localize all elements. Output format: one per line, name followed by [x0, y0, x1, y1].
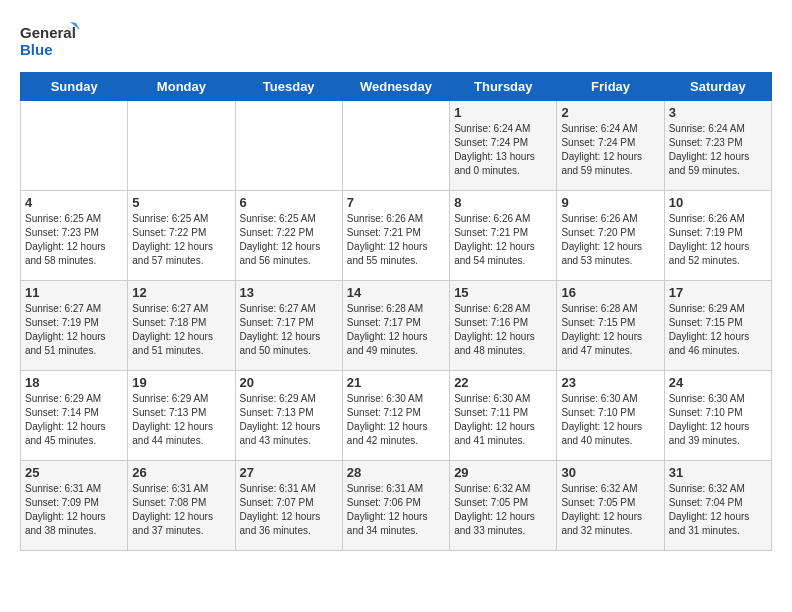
calendar-cell: 18Sunrise: 6:29 AM Sunset: 7:14 PM Dayli…	[21, 371, 128, 461]
week-row-5: 25Sunrise: 6:31 AM Sunset: 7:09 PM Dayli…	[21, 461, 772, 551]
day-info: Sunrise: 6:29 AM Sunset: 7:13 PM Dayligh…	[240, 392, 338, 448]
day-info: Sunrise: 6:26 AM Sunset: 7:21 PM Dayligh…	[347, 212, 445, 268]
day-number: 31	[669, 465, 767, 480]
day-number: 10	[669, 195, 767, 210]
day-number: 27	[240, 465, 338, 480]
day-header-monday: Monday	[128, 73, 235, 101]
day-info: Sunrise: 6:31 AM Sunset: 7:06 PM Dayligh…	[347, 482, 445, 538]
calendar-cell: 24Sunrise: 6:30 AM Sunset: 7:10 PM Dayli…	[664, 371, 771, 461]
day-info: Sunrise: 6:29 AM Sunset: 7:15 PM Dayligh…	[669, 302, 767, 358]
day-number: 20	[240, 375, 338, 390]
calendar-table: SundayMondayTuesdayWednesdayThursdayFrid…	[20, 72, 772, 551]
day-number: 29	[454, 465, 552, 480]
day-number: 26	[132, 465, 230, 480]
day-header-sunday: Sunday	[21, 73, 128, 101]
week-row-2: 4Sunrise: 6:25 AM Sunset: 7:23 PM Daylig…	[21, 191, 772, 281]
calendar-cell: 16Sunrise: 6:28 AM Sunset: 7:15 PM Dayli…	[557, 281, 664, 371]
day-info: Sunrise: 6:29 AM Sunset: 7:13 PM Dayligh…	[132, 392, 230, 448]
day-number: 28	[347, 465, 445, 480]
day-number: 8	[454, 195, 552, 210]
calendar-cell: 10Sunrise: 6:26 AM Sunset: 7:19 PM Dayli…	[664, 191, 771, 281]
day-info: Sunrise: 6:24 AM Sunset: 7:23 PM Dayligh…	[669, 122, 767, 178]
day-number: 3	[669, 105, 767, 120]
calendar-cell: 22Sunrise: 6:30 AM Sunset: 7:11 PM Dayli…	[450, 371, 557, 461]
calendar-cell: 3Sunrise: 6:24 AM Sunset: 7:23 PM Daylig…	[664, 101, 771, 191]
header: GeneralBlue	[20, 20, 772, 62]
day-info: Sunrise: 6:31 AM Sunset: 7:08 PM Dayligh…	[132, 482, 230, 538]
day-number: 14	[347, 285, 445, 300]
day-number: 12	[132, 285, 230, 300]
day-number: 23	[561, 375, 659, 390]
day-number: 9	[561, 195, 659, 210]
calendar-cell: 26Sunrise: 6:31 AM Sunset: 7:08 PM Dayli…	[128, 461, 235, 551]
calendar-cell: 15Sunrise: 6:28 AM Sunset: 7:16 PM Dayli…	[450, 281, 557, 371]
day-info: Sunrise: 6:26 AM Sunset: 7:20 PM Dayligh…	[561, 212, 659, 268]
day-number: 25	[25, 465, 123, 480]
calendar-body: 1Sunrise: 6:24 AM Sunset: 7:24 PM Daylig…	[21, 101, 772, 551]
day-number: 22	[454, 375, 552, 390]
calendar-cell: 8Sunrise: 6:26 AM Sunset: 7:21 PM Daylig…	[450, 191, 557, 281]
calendar-cell: 27Sunrise: 6:31 AM Sunset: 7:07 PM Dayli…	[235, 461, 342, 551]
day-header-friday: Friday	[557, 73, 664, 101]
calendar-cell: 21Sunrise: 6:30 AM Sunset: 7:12 PM Dayli…	[342, 371, 449, 461]
day-number: 11	[25, 285, 123, 300]
calendar-cell: 17Sunrise: 6:29 AM Sunset: 7:15 PM Dayli…	[664, 281, 771, 371]
day-info: Sunrise: 6:32 AM Sunset: 7:04 PM Dayligh…	[669, 482, 767, 538]
day-info: Sunrise: 6:24 AM Sunset: 7:24 PM Dayligh…	[561, 122, 659, 178]
logo: GeneralBlue	[20, 20, 80, 62]
day-info: Sunrise: 6:29 AM Sunset: 7:14 PM Dayligh…	[25, 392, 123, 448]
day-info: Sunrise: 6:25 AM Sunset: 7:22 PM Dayligh…	[132, 212, 230, 268]
day-number: 18	[25, 375, 123, 390]
day-number: 6	[240, 195, 338, 210]
logo-svg: GeneralBlue	[20, 20, 80, 62]
svg-text:General: General	[20, 24, 76, 41]
day-info: Sunrise: 6:26 AM Sunset: 7:19 PM Dayligh…	[669, 212, 767, 268]
day-header-saturday: Saturday	[664, 73, 771, 101]
calendar-cell: 4Sunrise: 6:25 AM Sunset: 7:23 PM Daylig…	[21, 191, 128, 281]
day-number: 17	[669, 285, 767, 300]
day-info: Sunrise: 6:31 AM Sunset: 7:09 PM Dayligh…	[25, 482, 123, 538]
calendar-cell: 6Sunrise: 6:25 AM Sunset: 7:22 PM Daylig…	[235, 191, 342, 281]
day-number: 13	[240, 285, 338, 300]
calendar-cell: 20Sunrise: 6:29 AM Sunset: 7:13 PM Dayli…	[235, 371, 342, 461]
calendar-cell	[21, 101, 128, 191]
day-number: 19	[132, 375, 230, 390]
day-info: Sunrise: 6:27 AM Sunset: 7:19 PM Dayligh…	[25, 302, 123, 358]
calendar-cell: 25Sunrise: 6:31 AM Sunset: 7:09 PM Dayli…	[21, 461, 128, 551]
calendar-cell: 13Sunrise: 6:27 AM Sunset: 7:17 PM Dayli…	[235, 281, 342, 371]
day-info: Sunrise: 6:27 AM Sunset: 7:17 PM Dayligh…	[240, 302, 338, 358]
day-info: Sunrise: 6:28 AM Sunset: 7:15 PM Dayligh…	[561, 302, 659, 358]
calendar-cell: 2Sunrise: 6:24 AM Sunset: 7:24 PM Daylig…	[557, 101, 664, 191]
day-number: 24	[669, 375, 767, 390]
day-info: Sunrise: 6:28 AM Sunset: 7:17 PM Dayligh…	[347, 302, 445, 358]
day-header-wednesday: Wednesday	[342, 73, 449, 101]
day-number: 2	[561, 105, 659, 120]
day-info: Sunrise: 6:30 AM Sunset: 7:10 PM Dayligh…	[561, 392, 659, 448]
day-number: 15	[454, 285, 552, 300]
day-info: Sunrise: 6:32 AM Sunset: 7:05 PM Dayligh…	[561, 482, 659, 538]
header-row: SundayMondayTuesdayWednesdayThursdayFrid…	[21, 73, 772, 101]
day-info: Sunrise: 6:24 AM Sunset: 7:24 PM Dayligh…	[454, 122, 552, 178]
day-header-thursday: Thursday	[450, 73, 557, 101]
day-info: Sunrise: 6:28 AM Sunset: 7:16 PM Dayligh…	[454, 302, 552, 358]
calendar-cell: 5Sunrise: 6:25 AM Sunset: 7:22 PM Daylig…	[128, 191, 235, 281]
day-info: Sunrise: 6:31 AM Sunset: 7:07 PM Dayligh…	[240, 482, 338, 538]
calendar-cell: 30Sunrise: 6:32 AM Sunset: 7:05 PM Dayli…	[557, 461, 664, 551]
calendar-cell: 23Sunrise: 6:30 AM Sunset: 7:10 PM Dayli…	[557, 371, 664, 461]
calendar-cell: 12Sunrise: 6:27 AM Sunset: 7:18 PM Dayli…	[128, 281, 235, 371]
week-row-3: 11Sunrise: 6:27 AM Sunset: 7:19 PM Dayli…	[21, 281, 772, 371]
day-info: Sunrise: 6:25 AM Sunset: 7:22 PM Dayligh…	[240, 212, 338, 268]
day-number: 21	[347, 375, 445, 390]
calendar-cell: 9Sunrise: 6:26 AM Sunset: 7:20 PM Daylig…	[557, 191, 664, 281]
week-row-1: 1Sunrise: 6:24 AM Sunset: 7:24 PM Daylig…	[21, 101, 772, 191]
day-number: 5	[132, 195, 230, 210]
day-info: Sunrise: 6:25 AM Sunset: 7:23 PM Dayligh…	[25, 212, 123, 268]
calendar-cell	[128, 101, 235, 191]
calendar-cell: 7Sunrise: 6:26 AM Sunset: 7:21 PM Daylig…	[342, 191, 449, 281]
day-number: 1	[454, 105, 552, 120]
calendar-cell: 28Sunrise: 6:31 AM Sunset: 7:06 PM Dayli…	[342, 461, 449, 551]
day-number: 4	[25, 195, 123, 210]
calendar-cell: 29Sunrise: 6:32 AM Sunset: 7:05 PM Dayli…	[450, 461, 557, 551]
calendar-cell: 1Sunrise: 6:24 AM Sunset: 7:24 PM Daylig…	[450, 101, 557, 191]
calendar-cell: 11Sunrise: 6:27 AM Sunset: 7:19 PM Dayli…	[21, 281, 128, 371]
